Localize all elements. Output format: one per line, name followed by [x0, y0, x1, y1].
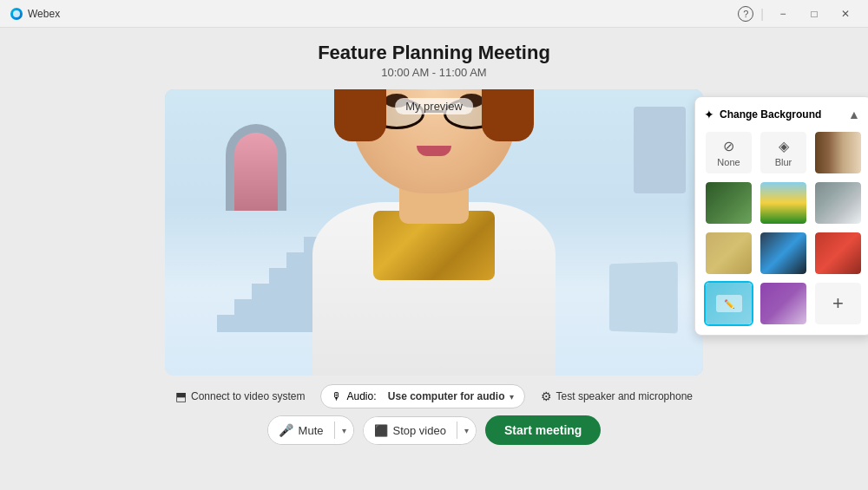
help-button[interactable]: ?	[738, 6, 753, 22]
video-preview	[165, 89, 703, 376]
mute-chevron-icon: ▾	[342, 426, 346, 435]
start-meeting-button[interactable]: Start meeting	[485, 415, 601, 445]
bg-option-none[interactable]: ⊘ None	[704, 130, 753, 175]
bg-option-blur[interactable]: ◈ Blur	[759, 130, 808, 175]
bg-option-custom1[interactable]: ✏️	[704, 281, 753, 326]
bg-option-mountains[interactable]	[813, 180, 863, 225]
mute-button-group: 🎤 Mute ▾	[267, 415, 354, 445]
mic-icon: 🎤	[279, 423, 293, 437]
audio-selector[interactable]: 🎙 Audio: Use computer for audio ▾	[320, 384, 524, 408]
audio-icon: 🎙	[332, 390, 342, 402]
preview-label: My preview	[395, 98, 473, 114]
connect-video-label: Connect to video system	[191, 390, 305, 402]
stop-video-button[interactable]: ⬛ Stop video	[364, 417, 457, 444]
mute-button[interactable]: 🎤 Mute	[268, 416, 334, 444]
bg-option-abstract2[interactable]	[759, 231, 808, 276]
audio-chevron-icon: ▾	[510, 392, 514, 402]
change-bg-icon: ✦	[704, 108, 714, 121]
stop-video-label: Stop video	[393, 424, 446, 437]
title-bar: Webex ? | − □ ✕	[0, 0, 868, 28]
bg-options-grid: ⊘ None ◈ Blur	[704, 130, 863, 326]
bg-option-add[interactable]: +	[813, 281, 863, 326]
change-bg-label: Change Background	[720, 108, 821, 121]
meeting-time: 10:00 AM - 11:00 AM	[381, 66, 486, 79]
test-audio-link[interactable]: ⚙ Test speaker and microphone	[534, 384, 700, 408]
test-audio-label: Test speaker and microphone	[556, 390, 693, 402]
bg-picker-panel: ✦ Change Background ▲ ⊘ None ◈ Bl	[694, 96, 868, 336]
svg-point-0	[13, 10, 20, 17]
webex-logo	[10, 8, 23, 20]
preview-container: My preview ✦ Change Background ▲ ⊘ None	[165, 89, 703, 376]
maximize-button[interactable]: □	[802, 5, 826, 23]
bg-option-purple[interactable]	[759, 281, 808, 326]
close-button[interactable]: ✕	[833, 5, 858, 23]
arch-element	[226, 124, 286, 211]
stop-video-button-group: ⬛ Stop video ▾	[363, 416, 477, 445]
mute-chevron-button[interactable]: ▾	[335, 419, 353, 442]
bg-picker-close-button[interactable]: ▲	[845, 106, 863, 123]
mute-label: Mute	[299, 424, 324, 437]
audio-prefix: Audio:	[346, 390, 376, 402]
action-bar: 🎤 Mute ▾ ⬛ Stop video ▾ Start meeting	[267, 415, 602, 445]
connect-video-icon: ⬒	[175, 389, 187, 403]
connect-video-link[interactable]: ⬒ Connect to video system	[168, 384, 312, 408]
main-content: Feature Planning Meeting 10:00 AM - 11:0…	[0, 28, 868, 490]
controls-bar: ⬒ Connect to video system 🎙 Audio: Use c…	[165, 384, 703, 408]
app-name: Webex	[28, 8, 60, 20]
stop-video-chevron-button[interactable]: ▾	[457, 419, 476, 442]
title-bar-controls: ? | − □ ✕	[738, 5, 858, 23]
meeting-title: Feature Planning Meeting	[318, 42, 550, 64]
bg-option-room[interactable]	[813, 130, 863, 175]
audio-option: Use computer for audio	[388, 390, 505, 402]
bg-option-abstract3[interactable]	[813, 231, 863, 276]
stop-video-chevron-icon: ▾	[464, 426, 469, 435]
bg-option-beach[interactable]	[759, 180, 808, 225]
bg-option-forest[interactable]	[704, 180, 753, 225]
title-bar-left: Webex	[10, 8, 60, 20]
bg-option-abstract1[interactable]	[704, 231, 753, 276]
bg-picker-header: ✦ Change Background ▲	[704, 106, 863, 123]
person-area	[286, 89, 582, 376]
minimize-button[interactable]: −	[771, 5, 795, 23]
settings-icon: ⚙	[541, 389, 552, 403]
video-icon: ⬛	[374, 424, 388, 437]
